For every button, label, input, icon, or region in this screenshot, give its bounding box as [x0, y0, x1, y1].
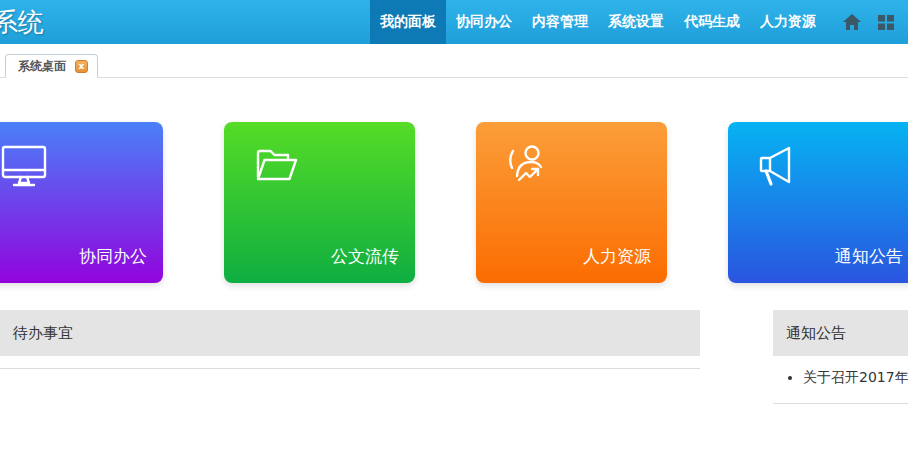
nav-item-my-panel[interactable]: 我的面板	[370, 0, 446, 44]
person-trend-icon	[504, 141, 552, 189]
todo-panel-title: 待办事宜	[0, 310, 700, 356]
tab-system-desktop[interactable]: 系统桌面 x	[5, 54, 98, 78]
tile-label: 通知公告	[835, 245, 903, 268]
tile-notices[interactable]: 通知公告	[728, 122, 908, 283]
tab-label: 系统桌面	[18, 58, 66, 75]
close-icon[interactable]: x	[75, 60, 88, 73]
megaphone-icon	[756, 141, 804, 189]
notice-panel-body: 关于召开2017年年	[773, 356, 908, 404]
notice-list-item[interactable]: 关于召开2017年年	[803, 369, 908, 387]
tile-hr[interactable]: 人力资源	[476, 122, 667, 283]
nav-item-content-mgmt[interactable]: 内容管理	[522, 0, 598, 44]
tile-label: 公文流传	[331, 245, 399, 268]
tab-bar: 系统桌面 x	[0, 44, 908, 78]
nav-item-system-settings[interactable]: 系统设置	[598, 0, 674, 44]
notice-panel-title: 通知公告	[773, 310, 908, 356]
todo-panel-body	[0, 356, 700, 369]
grid-icon[interactable]	[876, 12, 896, 32]
monitor-icon	[0, 141, 48, 189]
top-header: 系统 我的面板 协同办公 内容管理 系统设置 代码生成 人力资源	[0, 0, 908, 44]
main-nav: 我的面板 协同办公 内容管理 系统设置 代码生成 人力资源	[370, 0, 826, 44]
nav-item-hr[interactable]: 人力资源	[750, 0, 826, 44]
tile-collab-office[interactable]: 协同办公	[0, 122, 163, 283]
todo-panel: 待办事宜	[0, 310, 700, 369]
notice-list: 关于召开2017年年	[773, 356, 908, 403]
header-icon-group	[826, 0, 908, 44]
folder-open-icon	[252, 141, 300, 189]
dashboard-panels: 待办事宜 通知公告 关于召开2017年年	[0, 310, 908, 404]
nav-item-code-gen[interactable]: 代码生成	[674, 0, 750, 44]
tile-document-flow[interactable]: 公文流传	[224, 122, 415, 283]
notice-panel: 通知公告 关于召开2017年年	[773, 310, 908, 404]
home-icon[interactable]	[842, 12, 862, 32]
launcher-tile-row: 协同办公 公文流传 人力资源	[0, 122, 908, 283]
nav-item-collab-office[interactable]: 协同办公	[446, 0, 522, 44]
tile-label: 协同办公	[79, 245, 147, 268]
tile-label: 人力资源	[583, 245, 651, 268]
app-title: 系统	[0, 0, 44, 44]
